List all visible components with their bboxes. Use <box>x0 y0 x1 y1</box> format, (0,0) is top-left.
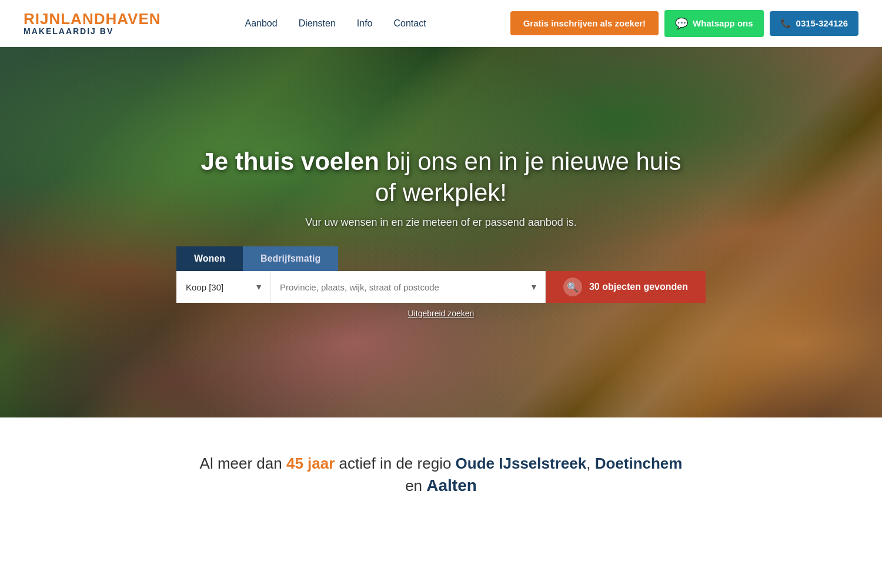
tab-bedrijfsmatig[interactable]: Bedrijfsmatig <box>243 246 338 271</box>
search-location-wrap: ▼ <box>270 271 546 303</box>
search-container: Wonen Bedrijfsmatig Koop [30] Huur ▼ ▼ 🔍… <box>176 246 706 318</box>
search-button[interactable]: 🔍 30 objecten gevonden <box>546 271 706 303</box>
phone-button[interactable]: 📞 0315-324126 <box>770 11 858 36</box>
nav-item-diensten[interactable]: Diensten <box>299 18 336 29</box>
main-nav: Aanbod Diensten Info Contact <box>245 18 426 29</box>
hero-content: Je thuis voelen bij ons en in je nieuwe … <box>176 146 706 246</box>
whatsapp-icon: 💬 <box>675 17 688 30</box>
info-text-2: en Aalten <box>71 474 811 497</box>
hero-section: Je thuis voelen bij ons en in je nieuwe … <box>0 47 882 417</box>
search-type-select-wrap: Koop [30] Huur ▼ <box>176 271 270 303</box>
register-button[interactable]: Gratis inschrijven als zoeker! <box>510 11 659 35</box>
search-tabs: Wonen Bedrijfsmatig <box>176 246 706 271</box>
search-location-input[interactable] <box>270 271 545 303</box>
phone-icon: 📞 <box>780 18 791 29</box>
tab-wonen[interactable]: Wonen <box>176 246 243 271</box>
logo-subtitle: MAKELAARDIJ BV <box>24 27 161 36</box>
hero-subtitle: Vur uw wensen in en zie meteen of er pas… <box>200 216 682 229</box>
whatsapp-button[interactable]: 💬 Whatsapp ons <box>664 10 764 37</box>
uitgebreid-zoeken-link[interactable]: Uitgebreid zoeken <box>176 309 706 318</box>
logo-text-orange: RIJNLANDHAVEN <box>24 10 161 28</box>
site-header: RIJNLANDHAVEN MAKELAARDIJ BV Aanbod Dien… <box>0 0 882 47</box>
hero-title: Je thuis voelen bij ons en in je nieuwe … <box>200 146 682 208</box>
search-row: Koop [30] Huur ▼ ▼ 🔍 30 objecten gevonde… <box>176 271 706 303</box>
search-type-select[interactable]: Koop [30] Huur <box>176 271 270 303</box>
nav-item-contact[interactable]: Contact <box>394 18 426 29</box>
logo[interactable]: RIJNLANDHAVEN MAKELAARDIJ BV <box>24 11 161 36</box>
nav-item-aanbod[interactable]: Aanbod <box>245 18 278 29</box>
info-section: Al meer dan 45 jaar actief in de regio O… <box>0 417 882 521</box>
search-icon: 🔍 <box>563 278 582 296</box>
header-actions: Gratis inschrijven als zoeker! 💬 Whatsap… <box>510 10 858 37</box>
nav-item-info[interactable]: Info <box>357 18 373 29</box>
info-text: Al meer dan 45 jaar actief in de regio O… <box>71 453 811 474</box>
